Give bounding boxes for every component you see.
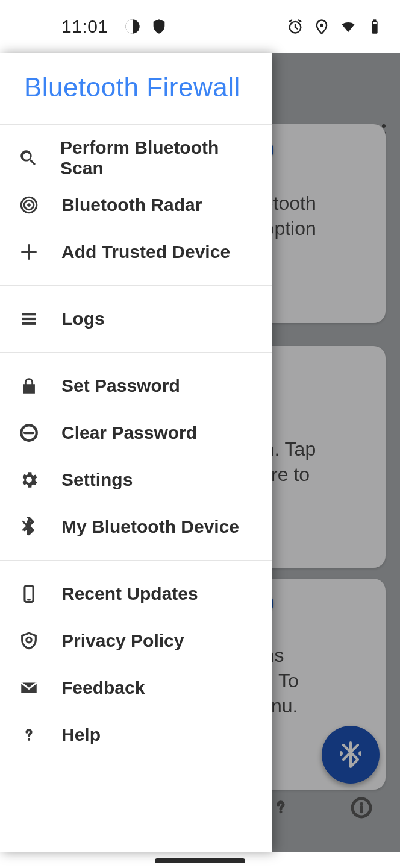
svg-rect-4 xyxy=(373,19,377,21)
drawer-item-radar[interactable]: Bluetooth Radar xyxy=(0,181,272,228)
drawer-item-label: Privacy Policy xyxy=(61,631,184,651)
drawer-header: Bluetooth Firewall xyxy=(0,53,272,124)
drawer-item-label: Perform Bluetooth Scan xyxy=(60,137,254,178)
svg-rect-10 xyxy=(22,313,36,315)
drawer-title: Bluetooth Firewall xyxy=(24,72,248,102)
location-icon xyxy=(313,18,330,35)
radar-icon xyxy=(18,194,40,216)
clear-icon xyxy=(18,422,40,444)
shield-check-icon xyxy=(18,630,40,652)
battery-icon xyxy=(366,18,383,35)
bluetooth-icon xyxy=(18,516,40,538)
drawer-item-add-trusted[interactable]: Add Trusted Device xyxy=(0,228,272,275)
drawer-item-my-device[interactable]: My Bluetooth Device xyxy=(0,503,272,550)
shield-icon xyxy=(151,18,167,35)
plus-icon xyxy=(18,241,40,263)
status-time: 11:01 xyxy=(61,16,108,37)
svg-rect-12 xyxy=(22,322,36,325)
drawer-item-label: Logs xyxy=(61,309,105,329)
drawer-item-label: Recent Updates xyxy=(61,583,198,604)
lock-icon xyxy=(18,375,40,397)
navigation-drawer: Bluetooth Firewall Perform Bluetooth Sca… xyxy=(0,53,272,852)
search-icon xyxy=(18,147,39,169)
svg-point-15 xyxy=(27,637,32,643)
drawer-item-label: Settings xyxy=(61,470,133,490)
drawer-item-label: Bluetooth Radar xyxy=(61,195,202,215)
svg-rect-5 xyxy=(373,22,377,24)
drawer-item-privacy-policy[interactable]: Privacy Policy xyxy=(0,617,272,664)
svg-point-2 xyxy=(320,24,323,27)
wifi-icon xyxy=(340,18,357,35)
drawer-item-label: Help xyxy=(61,725,101,745)
phone-icon xyxy=(18,583,40,605)
drawer-item-label: Feedback xyxy=(61,678,145,698)
drawer-item-settings[interactable]: Settings xyxy=(0,456,272,503)
mail-icon xyxy=(18,677,40,699)
help-icon xyxy=(18,724,40,746)
drawer-item-label: Add Trusted Device xyxy=(61,242,230,262)
status-bar: 11:01 xyxy=(0,0,400,53)
svg-rect-11 xyxy=(22,318,36,320)
dnd-icon xyxy=(124,18,141,35)
drawer-item-label: My Bluetooth Device xyxy=(61,517,239,537)
drawer-item-logs[interactable]: Logs xyxy=(0,295,272,342)
drawer-item-set-password[interactable]: Set Password xyxy=(0,362,272,409)
drawer-item-scan[interactable]: Perform Bluetooth Scan xyxy=(0,134,272,181)
drawer-item-help[interactable]: Help xyxy=(0,711,272,758)
logs-icon xyxy=(18,308,40,330)
drawer-item-feedback[interactable]: Feedback xyxy=(0,664,272,711)
nav-gesture-pill[interactable] xyxy=(155,858,245,863)
drawer-item-label: Set Password xyxy=(61,376,180,396)
drawer-item-recent-updates[interactable]: Recent Updates xyxy=(0,570,272,617)
drawer-item-label: Clear Password xyxy=(61,423,197,443)
svg-point-9 xyxy=(27,203,31,207)
drawer-item-clear-password[interactable]: Clear Password xyxy=(0,409,272,456)
alarm-icon xyxy=(287,18,304,35)
gear-icon xyxy=(18,469,40,491)
